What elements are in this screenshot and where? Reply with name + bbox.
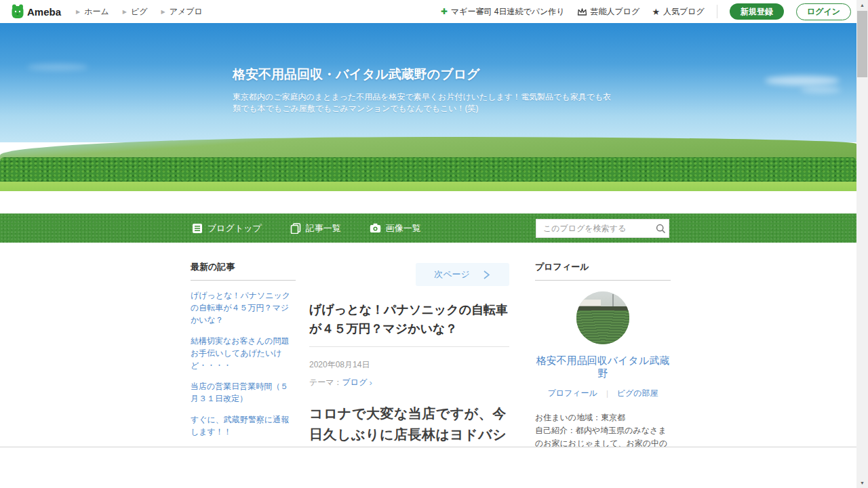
topbar-right: ✚ マギー審司 4日連続でパン作り 芸能人ブログ ★ 人気ブログ 新規登録 ログ… — [441, 3, 851, 20]
blog-nav: ブログトップ 記事一覧 画像一覧 — [0, 214, 856, 243]
profile-links: プロフィール ｜ ピグの部屋 — [535, 388, 671, 399]
latest-article-link[interactable]: すぐに、武蔵野警察に通報します！！ — [191, 415, 289, 436]
scrollbar-thumb[interactable] — [857, 11, 867, 77]
crown-icon — [577, 7, 587, 16]
topbar-divider — [717, 5, 717, 18]
bottom-bar — [0, 447, 856, 488]
scroll-up-arrow[interactable]: ▲ — [856, 0, 868, 10]
scrollbar[interactable]: ▲ ▼ — [856, 0, 868, 488]
blog-nav-items: ブログトップ 記事一覧 画像一覧 — [192, 222, 450, 235]
camera-icon — [370, 223, 381, 233]
list-item: 当店の営業日営業時間（５月３１日改定） — [191, 380, 296, 404]
divider — [191, 280, 296, 281]
latest-article-link[interactable]: 当店の営業日営業時間（５月３１日改定） — [191, 382, 288, 403]
theme-link[interactable]: ブログ — [342, 377, 368, 388]
topbar: Ameba ▶ ホーム ▶ ピグ ▶ アメブロ ✚ マギー審司 — [0, 0, 856, 23]
link-separator: ｜ — [604, 388, 611, 399]
breadcrumb-arrow-icon: ▶ — [123, 9, 127, 15]
profile-name-link[interactable]: 格安不用品回収バイタル武蔵野 — [535, 354, 671, 380]
star-icon: ★ — [652, 7, 660, 17]
latest-articles-heading: 最新の記事 — [191, 261, 296, 273]
chevron-right-icon: › — [369, 378, 372, 388]
hero-field — [0, 191, 856, 214]
article-date: 2020年08月14日 — [309, 359, 509, 371]
nav-blog-top[interactable]: ブログトップ — [192, 222, 262, 235]
article-theme: テーマ： ブログ › — [309, 377, 509, 388]
breadcrumb-pigg[interactable]: ▶ ピグ — [123, 6, 148, 18]
article-list-icon — [290, 223, 301, 234]
blog-top-icon — [192, 223, 203, 234]
search-icon — [656, 224, 666, 234]
list-item: すぐに、武蔵野警察に通報します！！ — [191, 413, 296, 437]
profile-link[interactable]: プロフィール — [547, 388, 597, 399]
cloud — [800, 87, 841, 93]
cloud — [765, 76, 840, 85]
hero-treeline — [0, 157, 856, 182]
theme-label: テーマ： — [309, 377, 342, 388]
ameba-logo-text: Ameba — [27, 6, 61, 18]
latest-article-link[interactable]: 結構切実なお客さんの問題 お手伝いしてあげたいけど・・・・ — [191, 336, 297, 370]
latest-article-link[interactable]: げげっとな！パナソニックの自転車が４５万円？マジかいな？ — [191, 291, 290, 325]
ameba-mascot-icon — [11, 4, 24, 19]
next-page-button[interactable]: 次ページ — [416, 263, 509, 286]
pigg-room-link[interactable]: ピグの部屋 — [617, 388, 658, 399]
signup-button[interactable]: 新規登録 — [730, 3, 784, 20]
pickup-topic-link[interactable]: ✚ マギー審司 4日連続でパン作り — [441, 6, 565, 18]
chevron-right-icon — [482, 270, 491, 280]
profile-region: お住まいの地域：東京都 — [535, 411, 671, 424]
blog-search — [536, 219, 669, 238]
ameba-logo[interactable]: Ameba — [11, 4, 61, 19]
nav-image-list[interactable]: 画像一覧 — [370, 222, 421, 235]
breadcrumb-arrow-icon: ▶ — [76, 9, 80, 15]
pickup-plus-icon: ✚ — [441, 7, 448, 16]
hero-meadow — [0, 182, 856, 191]
profile-avatar[interactable] — [576, 291, 629, 344]
hero-banner: 格安不用品回収・バイタル武蔵野のブログ 東京都内のご家庭内のまとまった不用品を格… — [0, 23, 856, 214]
list-item: 結構切実なお客さんの問題 お手伝いしてあげたいけど・・・・ — [191, 334, 296, 371]
breadcrumb-ameblo[interactable]: ▶ アメブロ — [161, 6, 202, 18]
popular-blog-link[interactable]: ★ 人気ブログ — [652, 6, 705, 18]
divider — [309, 346, 509, 347]
blog-title: 格安不用品回収・バイタル武蔵野のブログ — [233, 66, 480, 83]
breadcrumb-arrow-icon: ▶ — [161, 9, 165, 15]
cloud — [27, 64, 88, 70]
breadcrumb: ▶ ホーム ▶ ピグ ▶ アメブロ — [76, 6, 203, 18]
search-input[interactable] — [536, 224, 652, 233]
avatar-tea-field — [576, 310, 629, 344]
login-button[interactable]: ログイン — [796, 3, 851, 20]
profile-heading: プロフィール — [535, 261, 671, 273]
search-button[interactable] — [652, 220, 669, 237]
divider — [535, 280, 671, 281]
page: Ameba ▶ ホーム ▶ ピグ ▶ アメブロ ✚ マギー審司 — [0, 0, 856, 488]
avatar-tower — [612, 294, 614, 308]
list-item: げげっとな！パナソニックの自転車が４５万円？マジかいな？ — [191, 289, 296, 325]
topbar-left: Ameba ▶ ホーム ▶ ピグ ▶ アメブロ — [11, 4, 203, 19]
nav-article-list[interactable]: 記事一覧 — [290, 222, 341, 235]
article-title: げげっとな！パナソニックの自転車が４５万円？マジかいな？ — [309, 300, 509, 338]
breadcrumb-home[interactable]: ▶ ホーム — [76, 6, 109, 18]
scroll-down-arrow[interactable]: ▼ — [856, 478, 868, 488]
blog-description: 東京都内のご家庭内のまとまった不用品を格安で素早くお片付けいたします！電気製品で… — [233, 92, 612, 115]
celebrity-blog-link[interactable]: 芸能人ブログ — [577, 6, 640, 18]
